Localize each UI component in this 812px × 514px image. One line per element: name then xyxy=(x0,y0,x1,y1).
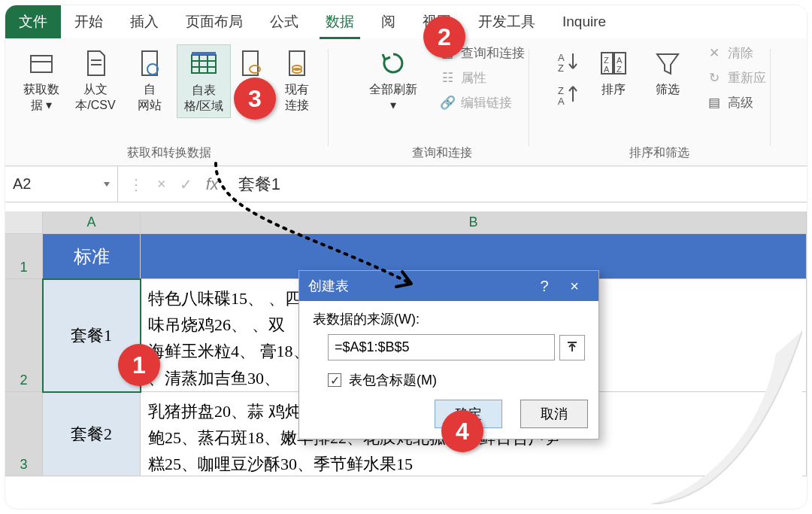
group-label-sort: 排序和筛选 xyxy=(629,144,689,163)
dialog-help-button[interactable]: ? xyxy=(529,278,559,295)
group-queries-connections: 全部刷新 ▾ ▦ 查询和连接 ☷ 属性 🔗 编辑链接 xyxy=(329,43,529,166)
cell-a1[interactable]: 标准 xyxy=(43,234,141,279)
clear-icon: ✕ xyxy=(707,46,722,61)
row-header-3[interactable]: 3 xyxy=(5,392,43,476)
sort-az-icon[interactable]: AZ xyxy=(556,50,582,73)
formula-bar: A2 ⋮ × ✓ fx 套餐1 xyxy=(5,166,807,202)
file-text-icon xyxy=(80,47,111,79)
tab-inquire[interactable]: Inquire xyxy=(549,5,620,38)
properties-icon: ☷ xyxy=(440,71,455,86)
reference-input[interactable] xyxy=(328,334,555,360)
svg-rect-10 xyxy=(192,52,216,55)
dialog-title-text: 创建表 xyxy=(308,277,349,295)
confirm-icon[interactable]: ✓ xyxy=(180,175,192,193)
btn-sort[interactable]: ZAAZ 排序 xyxy=(586,44,641,111)
cancel-button[interactable]: 取消 xyxy=(520,400,588,428)
select-all-corner[interactable] xyxy=(5,211,43,234)
btn-get-data[interactable]: 获取数 据 ▾ xyxy=(14,44,68,118)
svg-rect-0 xyxy=(31,62,52,72)
tab-file[interactable]: 文件 xyxy=(5,5,61,38)
btn-from-csv[interactable]: 从文 本/CSV xyxy=(68,44,123,118)
formula-input[interactable]: 套餐1 xyxy=(229,166,807,202)
svg-text:Z: Z xyxy=(558,85,564,96)
cell-a3[interactable]: 套餐2 xyxy=(43,392,141,476)
tab-pagelayout[interactable]: 页面布局 xyxy=(172,5,256,38)
btn-from-table-range[interactable]: 自表 格/区域 xyxy=(177,44,231,118)
annotation-badge-3: 3 xyxy=(234,78,276,120)
svg-text:A: A xyxy=(558,96,565,106)
group-label-get: 获取和转换数据 xyxy=(127,144,211,163)
tab-insert[interactable]: 插入 xyxy=(117,5,172,38)
globe-file-icon xyxy=(134,47,165,79)
btn-edit-links[interactable]: 🔗 编辑链接 xyxy=(440,94,512,111)
svg-text:Z: Z xyxy=(617,65,622,74)
tab-developer[interactable]: 开发工具 xyxy=(465,5,549,38)
ribbon: 获取数 据 ▾ 从文 本/CSV 自 网站 xyxy=(5,38,807,166)
fx-icon[interactable]: fx xyxy=(206,175,219,194)
svg-text:A: A xyxy=(617,56,623,65)
dots-icon: ⋮ xyxy=(129,175,144,193)
sort-za-icon[interactable]: ZA xyxy=(556,84,582,106)
column-header-b[interactable]: B xyxy=(141,211,807,234)
row-header-1[interactable]: 1 xyxy=(5,234,43,279)
refresh-icon xyxy=(377,47,409,79)
btn-from-web[interactable]: 自 网站 xyxy=(123,44,177,118)
table-icon xyxy=(188,48,220,80)
group-get-transform: 获取数 据 ▾ 从文 本/CSV 自 网站 xyxy=(10,43,329,166)
collapse-dialog-button[interactable] xyxy=(559,335,585,360)
tab-data[interactable]: 数据 xyxy=(312,5,368,38)
group-label-conn: 查询和连接 xyxy=(412,144,472,163)
btn-refresh-all[interactable]: 全部刷新 ▾ xyxy=(359,44,428,117)
svg-text:A: A xyxy=(604,65,610,74)
btn-advanced-filter[interactable]: ▤ 高级 xyxy=(707,94,753,111)
btn-clear-filter[interactable]: ✕ 清除 xyxy=(707,44,753,62)
btn-filter[interactable]: 筛选 xyxy=(641,44,695,111)
group-sort-filter: AZ ZA ZAAZ 排序 筛选 ✕ xyxy=(529,43,771,166)
annotation-badge-4: 4 xyxy=(441,410,483,452)
source-icon xyxy=(235,47,266,79)
tab-home[interactable]: 开始 xyxy=(61,5,117,38)
advanced-icon: ▤ xyxy=(707,96,722,111)
svg-rect-1 xyxy=(31,56,52,62)
column-header-a[interactable]: A xyxy=(43,211,141,234)
btn-existing-connections[interactable]: 现有 连接 xyxy=(270,44,324,118)
tab-formulas[interactable]: 公式 xyxy=(256,5,312,38)
annotation-badge-1: 1 xyxy=(118,344,160,386)
checkbox-icon: ✓ xyxy=(328,373,341,387)
has-headers-checkbox[interactable]: ✓ 表包含标题(M) xyxy=(328,371,585,389)
links-icon: 🔗 xyxy=(440,96,455,111)
name-box[interactable]: A2 xyxy=(5,166,118,202)
svg-text:Z: Z xyxy=(604,56,609,65)
dialog-close-button[interactable]: × xyxy=(559,278,589,295)
row-header-2[interactable]: 2 xyxy=(5,279,43,392)
btn-reapply[interactable]: ↻ 重新应 xyxy=(707,69,766,87)
ribbon-tabs: 文件 开始 插入 页面布局 公式 数据 阅 视图 开发工具 Inquire xyxy=(5,5,807,38)
dialog-source-label: 表数据的来源(W): xyxy=(313,310,585,328)
file-db-icon xyxy=(281,47,313,79)
sort-panel-icon: ZAAZ xyxy=(598,47,629,79)
reapply-icon: ↻ xyxy=(707,71,722,86)
btn-properties[interactable]: ☷ 属性 xyxy=(440,69,486,87)
chevron-down-icon[interactable] xyxy=(104,182,110,187)
svg-text:Z: Z xyxy=(558,62,564,73)
annotation-badge-2: 2 xyxy=(423,16,465,58)
cancel-icon[interactable]: × xyxy=(157,175,166,193)
svg-rect-5 xyxy=(192,55,216,73)
svg-text:A: A xyxy=(558,52,565,63)
svg-point-4 xyxy=(147,64,158,75)
database-icon xyxy=(26,47,57,79)
dialog-titlebar[interactable]: 创建表 ? × xyxy=(299,271,598,301)
funnel-icon xyxy=(652,47,683,79)
tab-review[interactable]: 阅 xyxy=(368,5,409,38)
